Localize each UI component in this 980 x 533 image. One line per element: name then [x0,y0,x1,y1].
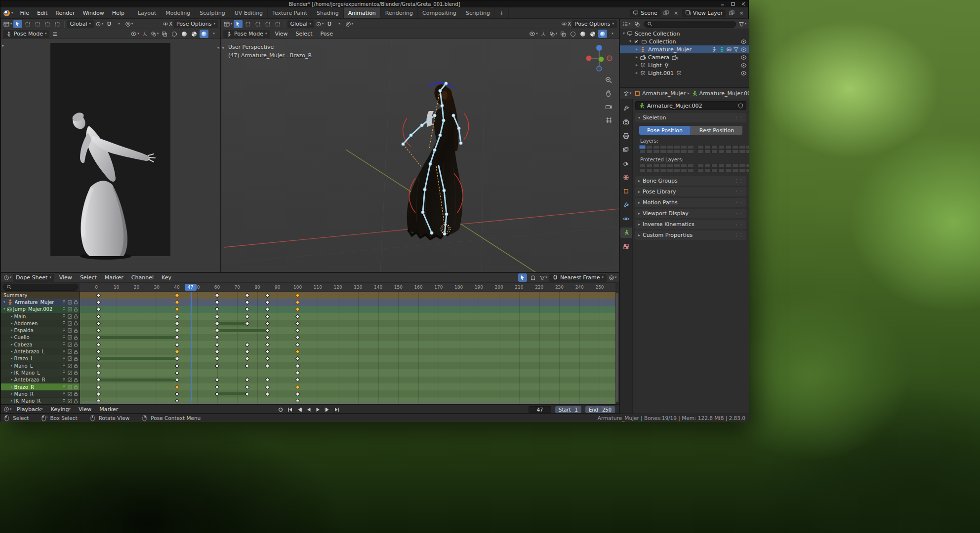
lock-icon[interactable] [74,314,78,319]
layer-toggle[interactable] [674,164,680,168]
lock-icon[interactable] [74,335,78,340]
mute-checkbox-icon[interactable] [68,335,72,340]
blender-logo[interactable]: ▾ [0,7,16,18]
editor-type-button[interactable]: ▾ [3,273,12,282]
filter-dropdown[interactable]: ▾ [738,20,747,28]
pin-icon[interactable] [62,391,66,396]
snap-dropdown[interactable]: ▾ [335,20,344,28]
mute-checkbox-icon[interactable] [68,300,72,305]
pin-icon[interactable] [62,300,66,305]
layer-toggle[interactable] [746,150,749,153]
shading-rendered-button[interactable] [200,30,208,38]
current-frame-pill[interactable]: 47 [185,284,197,291]
mode-dropdown-right[interactable]: Pose Mode▾ [223,30,270,38]
channel-expand-arrow[interactable]: ▸ [11,329,13,332]
gizmos-toggle[interactable] [140,30,149,38]
overlays-dropdown[interactable]: ▾ [150,30,159,38]
channel-row-brazo-l[interactable]: ▸Brazo_L [1,355,80,362]
mute-checkbox-icon[interactable] [68,343,72,347]
menu-item-file[interactable]: File [16,7,33,18]
channel-row-ik-mano-l[interactable]: ▸IK_Mano_L [1,369,80,376]
prev-keyframe-button[interactable] [295,406,303,413]
mirror-x-toggle-right[interactable]: X [561,20,571,28]
mute-checkbox-icon[interactable] [68,321,72,326]
layer-toggle[interactable] [688,168,694,172]
properties-tab-output[interactable] [620,131,632,141]
layer-toggle[interactable] [688,145,694,149]
lock-icon[interactable] [74,356,78,361]
new-view-layer-button[interactable] [728,9,735,17]
dope-sheet-menu-view[interactable]: View [55,274,76,281]
layer-toggle[interactable] [732,150,738,153]
properties-tab-render[interactable] [620,117,632,127]
shading-material-button[interactable] [588,30,597,38]
statue-figure[interactable] [1,39,221,272]
properties-tab-texture[interactable] [620,241,632,252]
layer-toggle[interactable] [711,168,718,172]
orientation-dropdown-right[interactable]: Global▾ [287,20,315,28]
channel-expand-arrow[interactable]: ▸ [11,399,13,403]
mute-checkbox-icon[interactable] [68,314,72,319]
workspace-tab-rendering[interactable]: Rendering [381,7,418,18]
layer-toggle[interactable] [681,168,687,172]
layer-toggle[interactable] [646,168,653,172]
panel-pose-library[interactable]: ▸Pose Library⋮⋮ [635,187,746,196]
lock-icon[interactable] [74,328,78,333]
current-frame-field[interactable]: 47 [529,406,551,413]
sidebar-flyout-arrow[interactable]: ◂ [217,45,219,50]
layer-toggle[interactable] [697,164,704,168]
layer-toggle[interactable] [697,168,704,172]
layer-toggle[interactable] [639,145,646,149]
gizmos-toggle[interactable] [539,30,548,38]
workspace-tab-compositing[interactable]: Compositing [418,7,461,18]
visibility-eye-icon[interactable] [740,38,747,45]
lock-icon[interactable] [74,391,78,396]
workspace-tab-uv-editing[interactable]: UV Editing [230,7,268,18]
navigation-gizmo[interactable] [585,44,613,72]
lock-icon[interactable] [74,378,78,382]
shading-solid-button[interactable] [578,30,587,38]
layer-toggle[interactable] [718,168,725,172]
only-selected-channels-toggle[interactable] [518,273,527,282]
layer-toggle[interactable] [704,164,711,168]
workspace-tab-sculpting[interactable]: Sculpting [195,7,230,18]
orientation-dropdown-left[interactable]: Global▾ [67,20,94,28]
channel-expand-arrow[interactable]: ▾ [3,301,5,304]
remove-view-layer-button[interactable]: × [737,9,745,17]
camera-view-button[interactable] [604,102,613,111]
pin-icon[interactable] [62,378,66,382]
mute-checkbox-icon[interactable] [68,356,72,361]
playback-menu-playback[interactable]: Playback ▾ [13,406,47,413]
outliner-search[interactable] [644,21,736,28]
zoom-tool-button[interactable] [604,76,613,84]
layer-toggle[interactable] [732,164,738,168]
layer-toggle[interactable] [646,164,653,168]
dope-sheet-menu-marker[interactable]: Marker [101,274,127,281]
properties-tab-physics[interactable] [620,214,632,224]
layer-toggle[interactable] [646,145,653,149]
playback-menu-marker[interactable]: Marker [95,406,122,413]
disclosure-arrow[interactable]: ▸ [636,71,638,75]
shading-wireframe-button[interactable] [569,30,577,38]
panel-inverse-kinematics[interactable]: ▸Inverse Kinematics⋮⋮ [635,220,746,229]
visibility-eye-icon[interactable] [740,46,747,53]
posed-character[interactable] [407,84,462,239]
workspace-tab-scripting[interactable]: Scripting [461,7,495,18]
select-mode-intersect-button[interactable] [273,20,282,28]
add-workspace-button[interactable]: + [495,7,509,18]
lock-icon[interactable] [74,342,78,347]
properties-tab-constraints[interactable] [620,200,632,210]
channel-expand-arrow[interactable]: ▸ [11,357,13,360]
layer-toggle[interactable] [667,168,673,172]
mute-checkbox-icon[interactable] [68,392,72,396]
layer-toggle[interactable] [746,164,749,168]
channel-row-summary[interactable]: Summary [1,292,80,299]
mirror-x-toggle-left[interactable]: X [163,20,172,28]
pan-tool-button[interactable] [604,89,613,98]
start-frame-field[interactable]: Start1 [555,406,581,413]
layer-toggle[interactable] [674,150,680,153]
dope-sheet-menu-key[interactable]: Key [158,274,175,281]
select-mode-extend-button[interactable] [253,20,262,28]
display-mode-button[interactable] [633,20,642,28]
properties-tab-tool[interactable] [620,103,632,114]
